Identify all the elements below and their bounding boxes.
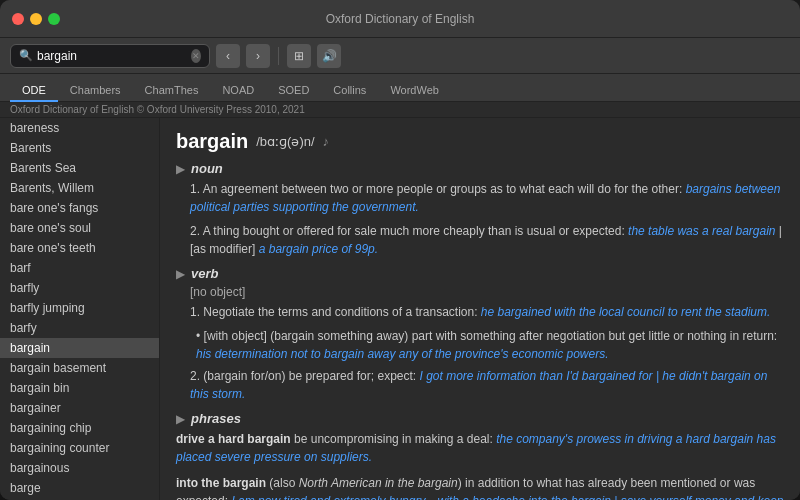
speaker-button[interactable]: 🔊 — [317, 44, 341, 68]
verb-example-1: he bargained with the local council to r… — [481, 305, 771, 319]
noun-def-1: 1. An agreement between two or more peop… — [176, 180, 784, 216]
pos-verb-label: verb — [191, 266, 218, 281]
list-item[interactable]: bare one's fangs — [0, 198, 159, 218]
pos-noun-header: ▶ noun — [176, 161, 784, 176]
def-text: A thing bought or offered for sale much … — [203, 224, 628, 238]
audio-icon[interactable]: ♪ — [323, 134, 330, 149]
titlebar: Oxford Dictionary of English — [0, 0, 800, 38]
list-item[interactable]: barfy — [0, 318, 159, 338]
pos-noun-label: noun — [191, 161, 223, 176]
bullet-symbol: • — [196, 329, 204, 343]
list-item[interactable]: barfly jumping — [0, 298, 159, 318]
bullet-text: part with something after negotiation bu… — [412, 329, 778, 343]
phrase-1-text: be uncompromising in making a deal: — [294, 432, 496, 446]
list-item[interactable]: bare one's teeth — [0, 238, 159, 258]
pos-arrow-noun: ▶ — [176, 162, 185, 176]
pos-verb-header: ▶ verb — [176, 266, 784, 281]
minimize-button[interactable] — [30, 13, 42, 25]
phrase-2-headword: into the bargain — [176, 476, 269, 490]
tab-ode[interactable]: ODE — [10, 80, 58, 102]
list-item[interactable]: barge — [0, 478, 159, 498]
list-item[interactable]: bare one's soul — [0, 218, 159, 238]
search-bar[interactable]: 🔍 ✕ — [10, 44, 210, 68]
bargain-foron-tag: (bargain for/on) — [203, 369, 288, 383]
def-num: 2. — [190, 369, 203, 383]
word-title: bargain — [176, 130, 248, 153]
verb-def-list: 1. Negotiate the terms and conditions of… — [176, 303, 784, 321]
pos-arrow-verb: ▶ — [176, 267, 185, 281]
phrase-2: into the bargain (also North American in… — [176, 474, 784, 500]
def-num: 1. — [190, 305, 203, 319]
back-button[interactable]: ‹ — [216, 44, 240, 68]
pos-arrow-phrases: ▶ — [176, 412, 185, 426]
list-item[interactable]: bargaining chip — [0, 418, 159, 438]
close-button[interactable] — [12, 13, 24, 25]
pos-phrases-header: ▶ phrases — [176, 411, 784, 426]
main-content: bareness Barents Barents Sea Barents, Wi… — [0, 118, 800, 500]
layout-button[interactable]: ⊞ — [287, 44, 311, 68]
verb-def-1: 1. Negotiate the terms and conditions of… — [176, 303, 784, 321]
tab-wordweb[interactable]: WordWeb — [378, 80, 451, 102]
def-text: An agreement between two or more people … — [203, 182, 686, 196]
forward-button[interactable]: › — [246, 44, 270, 68]
verb-def-2: 2. (bargain for/on) be prepared for; exp… — [176, 367, 784, 403]
list-item-bargain[interactable]: bargain — [0, 338, 159, 358]
app-window: Oxford Dictionary of English 🔍 ✕ ‹ › ⊞ 🔊… — [0, 0, 800, 500]
list-item[interactable]: Barents Sea — [0, 158, 159, 178]
noun-def-2: 2. A thing bought or offered for sale mu… — [176, 222, 784, 258]
list-item[interactable]: bargain basement — [0, 358, 159, 378]
word-phonetic: /bɑːɡ(ə)n/ — [256, 134, 314, 149]
definition-panel: bargain /bɑːɡ(ə)n/ ♪ ▶ noun 1. An agreem… — [160, 118, 800, 500]
tabs-bar: ODE Chambers ChamThes NOAD SOED Collins … — [0, 74, 800, 102]
copyright-bar: Oxford Dictionary of English © Oxford Un… — [0, 102, 800, 118]
tab-noad[interactable]: NOAD — [210, 80, 266, 102]
bullet-example: his determination not to bargain away an… — [196, 347, 609, 361]
list-item[interactable]: barf — [0, 258, 159, 278]
def-num: 2. — [190, 224, 203, 238]
verb-no-object: [no object] — [176, 285, 784, 299]
search-clear-button[interactable]: ✕ — [191, 49, 201, 63]
list-item[interactable]: barfly — [0, 278, 159, 298]
list-item[interactable]: bareness — [0, 118, 159, 138]
tab-soed[interactable]: SOED — [266, 80, 321, 102]
list-item[interactable]: bargainer — [0, 398, 159, 418]
search-icon: 🔍 — [19, 49, 33, 62]
tab-chambers[interactable]: Chambers — [58, 80, 133, 102]
maximize-button[interactable] — [48, 13, 60, 25]
phrase-1: drive a hard bargain be uncompromising i… — [176, 430, 784, 466]
noun-def-list: 1. An agreement between two or more peop… — [176, 180, 784, 258]
phrase-2-alt: (also North American in the bargain) — [269, 476, 465, 490]
toolbar: 🔍 ✕ ‹ › ⊞ 🔊 — [0, 38, 800, 74]
def-text: Negotiate the terms and conditions of a … — [203, 305, 481, 319]
bullet-tag: [with object] (bargain something away) — [204, 329, 412, 343]
tab-collins[interactable]: Collins — [321, 80, 378, 102]
word-header: bargain /bɑːɡ(ə)n/ ♪ — [176, 130, 784, 153]
copyright-text: Oxford Dictionary of English © Oxford Un… — [10, 104, 305, 115]
pos-phrases-label: phrases — [191, 411, 241, 426]
sidebar[interactable]: bareness Barents Barents Sea Barents, Wi… — [0, 118, 160, 500]
window-title: Oxford Dictionary of English — [326, 12, 475, 26]
verb-bullet: • [with object] (bargain something away)… — [176, 327, 784, 363]
def-num: 1. — [190, 182, 203, 196]
tab-chamthes[interactable]: ChamThes — [133, 80, 211, 102]
def-text: be prepared for; expect: — [289, 369, 420, 383]
phrase-2-example: I am now tired and extremely hungry—with… — [176, 494, 783, 500]
search-input[interactable] — [37, 49, 187, 63]
list-item[interactable]: Barents, Willem — [0, 178, 159, 198]
def-example-2b: a bargain price of 99p. — [259, 242, 378, 256]
list-item[interactable]: bargain bin — [0, 378, 159, 398]
list-item[interactable]: bargainous — [0, 458, 159, 478]
traffic-lights — [12, 13, 60, 25]
list-item[interactable]: bargaining counter — [0, 438, 159, 458]
list-item[interactable]: Barents — [0, 138, 159, 158]
def-example-2a: the table was a real bargain — [628, 224, 775, 238]
toolbar-separator — [278, 47, 279, 65]
phrase-1-headword: drive a hard bargain — [176, 432, 294, 446]
